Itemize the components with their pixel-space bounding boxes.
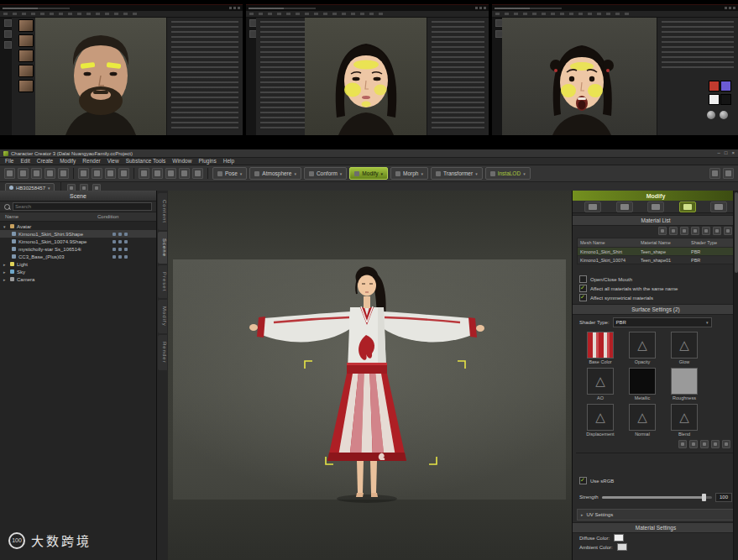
metallic-thumbnail[interactable] (629, 368, 656, 395)
save-material-icon[interactable] (691, 227, 699, 235)
load-texture-icon[interactable] (678, 440, 687, 448)
scrollbar-thumb[interactable] (735, 192, 738, 273)
tree-item-kimono-skirt[interactable]: Kimono1_Skirt_10074.9Shape (0, 238, 156, 245)
channel-displacement[interactable]: △Displacement (581, 404, 620, 437)
morph-button[interactable]: Morph (390, 167, 428, 180)
instalod-button[interactable]: InstaLOD (485, 167, 531, 180)
menu-substance-tools[interactable]: Substance Tools (126, 158, 166, 165)
save-texture-icon[interactable] (689, 440, 698, 448)
uv-settings-toggle[interactable]: UV Settings (577, 509, 735, 521)
rotate-tool-icon[interactable] (105, 168, 116, 179)
dock-tab-scene[interactable]: Scene (158, 232, 167, 264)
transformer-button[interactable]: Transformer (431, 167, 483, 180)
lock-toggle[interactable] (118, 248, 122, 251)
adjust-tab wrench-icon[interactable] (647, 201, 664, 212)
channel-glow[interactable]: △Glow (665, 332, 704, 364)
menu-window[interactable]: Window (172, 158, 191, 165)
expander-icon[interactable]: ▸ (3, 262, 8, 267)
titlebar[interactable]: Character Creator 3 (Dalai NuangyaoFamil… (0, 149, 738, 158)
channel-blend[interactable]: △Blend (665, 404, 704, 437)
viewport-3d[interactable] (168, 191, 572, 560)
tree-item-sky[interactable]: ▸ Sky (0, 268, 156, 275)
lock-toggle[interactable] (118, 233, 122, 236)
select-tool-icon[interactable] (78, 168, 89, 179)
option-affect-symmetrical[interactable]: Affect symmetrical materials (573, 293, 738, 302)
add-material-icon[interactable] (658, 227, 667, 235)
visibility-toggle[interactable] (113, 240, 116, 243)
dock-tab-render[interactable]: Render (158, 335, 167, 370)
environment-tab globe-icon[interactable] (710, 201, 727, 212)
paste-material-icon[interactable] (713, 227, 721, 235)
option-open-close-mouth[interactable]: Open/Close Mouth (573, 275, 738, 284)
channel-base-color[interactable]: Base Color (581, 332, 620, 364)
maximize-button[interactable]: □ (725, 149, 728, 157)
menu-edit[interactable]: Edit (20, 158, 29, 165)
scene-search-input[interactable] (13, 202, 152, 211)
shading-mode-icon[interactable] (179, 168, 190, 179)
close-button[interactable]: × (731, 149, 735, 157)
diffuse-color-swatch[interactable] (614, 534, 624, 542)
shader-type-dropdown[interactable]: PBR (613, 317, 712, 327)
delete-texture-icon[interactable] (722, 440, 730, 448)
cloth-tab shirt-icon[interactable] (616, 201, 633, 212)
new-project-icon[interactable] (4, 168, 15, 179)
menu-file[interactable]: File (5, 158, 13, 165)
slider-knob[interactable] (702, 494, 706, 501)
conform-button[interactable]: Conform (304, 167, 347, 180)
move-tool-icon[interactable] (92, 168, 102, 179)
tree-item-kimono-shirt[interactable]: Kimono1_Skirt_Shirt.9Shape (0, 230, 156, 238)
warning-triangle-icon[interactable]: △ (587, 404, 614, 431)
lock-toggle[interactable] (118, 255, 122, 259)
open-project-icon[interactable] (18, 168, 29, 179)
atmosphere-button[interactable]: Atmosphere (249, 167, 301, 180)
visibility-toggle[interactable] (113, 248, 116, 251)
warning-triangle-icon[interactable]: △ (629, 332, 656, 359)
menu-help[interactable]: Help (223, 158, 234, 165)
menu-render[interactable]: Render (82, 158, 100, 165)
refresh-texture-icon[interactable] (711, 440, 720, 448)
expander-icon[interactable]: ▸ (3, 270, 8, 275)
material-row[interactable]: Kimono1_Skirt_10074 Teen_shape01 PBR (578, 255, 734, 264)
tree-item-camera[interactable]: ▸ Camera (0, 275, 156, 283)
settings-icon[interactable] (709, 168, 720, 179)
scale-tool-icon[interactable] (118, 168, 129, 179)
menu-modify[interactable]: Modify (60, 158, 76, 165)
warning-triangle-icon[interactable]: △ (671, 332, 698, 359)
col-mesh-name[interactable]: Mesh Name (578, 240, 641, 245)
pose-button[interactable]: Pose (212, 167, 247, 180)
warning-triangle-icon[interactable]: △ (671, 404, 698, 431)
help-icon[interactable] (723, 168, 734, 179)
render-preview-icon[interactable] (192, 168, 203, 179)
menu-view[interactable]: View (107, 158, 119, 165)
col-material-name[interactable]: Material Name (641, 240, 691, 245)
copy-material-icon[interactable] (702, 227, 710, 235)
option-affect-same-name[interactable]: Affect all materials with the same name (573, 284, 738, 293)
lock-toggle[interactable] (118, 240, 122, 243)
expand-material-icon[interactable] (724, 227, 732, 235)
use-srgb-option[interactable]: Use sRGB (573, 476, 738, 485)
dock-tab-preset[interactable]: Preset (158, 265, 167, 298)
camera-view-icon[interactable] (152, 168, 163, 179)
menu-create[interactable]: Create (37, 158, 54, 165)
modify-panel-scrollbar[interactable] (733, 191, 738, 560)
save-project-icon[interactable] (31, 168, 42, 179)
checkbox[interactable] (579, 285, 587, 292)
visibility-toggle[interactable] (113, 233, 116, 236)
channel-metallic[interactable]: Metallic (623, 368, 662, 400)
edit-toggle[interactable] (124, 255, 128, 259)
load-material-icon[interactable] (680, 227, 688, 235)
modify-button[interactable]: Modify (349, 167, 388, 180)
redo-icon[interactable] (58, 168, 69, 179)
ambient-color-swatch[interactable] (617, 543, 627, 551)
channel-normal[interactable]: △Normal (623, 404, 662, 437)
warning-triangle-icon[interactable]: △ (587, 368, 614, 395)
checkbox[interactable] (579, 477, 587, 484)
roughness-thumbnail[interactable] (671, 368, 698, 395)
material-row[interactable]: Kimono1_Skirt_Shirt Teen_shape PBR (578, 247, 734, 255)
grid-toggle-icon[interactable] (165, 168, 176, 179)
dock-tab-modify[interactable]: Modify (158, 300, 167, 333)
tree-item-cc3-base[interactable]: CC3_Base_(Plus)03 (0, 253, 156, 260)
visibility-toggle[interactable] (113, 255, 116, 259)
edit-toggle[interactable] (124, 240, 128, 243)
expander-icon[interactable]: ▸ (3, 277, 8, 282)
